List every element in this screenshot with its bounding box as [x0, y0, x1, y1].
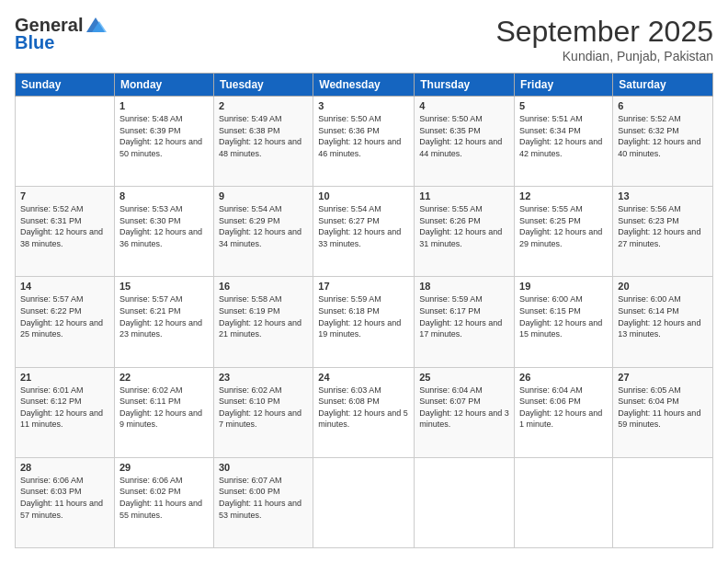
day-detail: Sunrise: 6:05 AMSunset: 6:04 PMDaylight:… — [618, 385, 708, 431]
day-number: 12 — [519, 190, 608, 201]
calendar-cell: 21Sunrise: 6:01 AMSunset: 6:12 PMDayligh… — [16, 367, 115, 457]
calendar-cell — [16, 97, 115, 187]
day-detail: Sunrise: 6:00 AMSunset: 6:14 PMDaylight:… — [618, 293, 708, 339]
calendar-cell: 11Sunrise: 5:55 AMSunset: 6:26 PMDayligh… — [415, 187, 515, 277]
day-number: 19 — [519, 281, 608, 292]
calendar-cell: 6Sunrise: 5:52 AMSunset: 6:32 PMDaylight… — [613, 97, 713, 187]
calendar-header-row: Sunday Monday Tuesday Wednesday Thursday… — [16, 74, 713, 97]
calendar-cell: 23Sunrise: 6:02 AMSunset: 6:10 PMDayligh… — [213, 367, 313, 457]
calendar-cell: 26Sunrise: 6:04 AMSunset: 6:06 PMDayligh… — [515, 367, 613, 457]
calendar-cell: 9Sunrise: 5:54 AMSunset: 6:29 PMDaylight… — [213, 187, 313, 277]
col-thursday: Thursday — [415, 74, 515, 97]
calendar-cell: 20Sunrise: 6:00 AMSunset: 6:14 PMDayligh… — [613, 277, 713, 367]
calendar-cell: 4Sunrise: 5:50 AMSunset: 6:35 PMDaylight… — [415, 97, 515, 187]
month-title: September 2025 — [495, 15, 713, 49]
day-number: 14 — [20, 281, 109, 292]
calendar-cell: 1Sunrise: 5:48 AMSunset: 6:39 PMDaylight… — [114, 97, 213, 187]
col-wednesday: Wednesday — [313, 74, 415, 97]
day-detail: Sunrise: 5:59 AMSunset: 6:17 PMDaylight:… — [419, 293, 509, 339]
calendar-cell: 8Sunrise: 5:53 AMSunset: 6:30 PMDaylight… — [114, 187, 213, 277]
day-number: 8 — [119, 190, 209, 201]
calendar-cell: 24Sunrise: 6:03 AMSunset: 6:08 PMDayligh… — [313, 367, 415, 457]
page: General Blue September 2025 Kundian, Pun… — [0, 0, 728, 563]
day-detail: Sunrise: 5:56 AMSunset: 6:23 PMDaylight:… — [618, 203, 708, 249]
calendar-week-0: 1Sunrise: 5:48 AMSunset: 6:39 PMDaylight… — [16, 97, 713, 187]
day-number: 15 — [119, 281, 209, 292]
col-tuesday: Tuesday — [213, 74, 313, 97]
calendar-cell: 29Sunrise: 6:06 AMSunset: 6:02 PMDayligh… — [114, 457, 213, 547]
day-number: 24 — [318, 372, 409, 383]
calendar-cell: 13Sunrise: 5:56 AMSunset: 6:23 PMDayligh… — [613, 187, 713, 277]
calendar-cell: 5Sunrise: 5:51 AMSunset: 6:34 PMDaylight… — [515, 97, 613, 187]
calendar-cell: 17Sunrise: 5:59 AMSunset: 6:18 PMDayligh… — [313, 277, 415, 367]
header: General Blue September 2025 Kundian, Pun… — [15, 15, 713, 63]
day-number: 10 — [318, 190, 409, 201]
day-number: 29 — [119, 462, 209, 473]
day-detail: Sunrise: 5:50 AMSunset: 6:35 PMDaylight:… — [419, 113, 509, 159]
calendar-week-3: 21Sunrise: 6:01 AMSunset: 6:12 PMDayligh… — [16, 367, 713, 457]
day-number: 18 — [419, 281, 509, 292]
day-detail: Sunrise: 5:59 AMSunset: 6:18 PMDaylight:… — [318, 293, 409, 339]
day-number: 25 — [419, 372, 509, 383]
day-detail: Sunrise: 5:57 AMSunset: 6:22 PMDaylight:… — [20, 293, 109, 339]
day-detail: Sunrise: 6:00 AMSunset: 6:15 PMDaylight:… — [519, 293, 608, 339]
day-detail: Sunrise: 5:51 AMSunset: 6:34 PMDaylight:… — [519, 113, 608, 159]
day-number: 21 — [20, 372, 109, 383]
day-detail: Sunrise: 6:07 AMSunset: 6:00 PMDaylight:… — [219, 475, 308, 521]
day-number: 30 — [219, 462, 308, 473]
calendar-week-2: 14Sunrise: 5:57 AMSunset: 6:22 PMDayligh… — [16, 277, 713, 367]
col-friday: Friday — [515, 74, 613, 97]
calendar-cell: 18Sunrise: 5:59 AMSunset: 6:17 PMDayligh… — [415, 277, 515, 367]
calendar-cell: 28Sunrise: 6:06 AMSunset: 6:03 PMDayligh… — [16, 457, 115, 547]
calendar-cell: 25Sunrise: 6:04 AMSunset: 6:07 PMDayligh… — [415, 367, 515, 457]
day-detail: Sunrise: 6:02 AMSunset: 6:10 PMDaylight:… — [219, 385, 308, 431]
calendar-table: Sunday Monday Tuesday Wednesday Thursday… — [15, 73, 713, 548]
day-detail: Sunrise: 6:02 AMSunset: 6:11 PMDaylight:… — [119, 385, 209, 431]
calendar-cell: 14Sunrise: 5:57 AMSunset: 6:22 PMDayligh… — [16, 277, 115, 367]
day-detail: Sunrise: 5:57 AMSunset: 6:21 PMDaylight:… — [119, 293, 209, 339]
day-detail: Sunrise: 6:04 AMSunset: 6:06 PMDaylight:… — [519, 385, 608, 431]
day-number: 20 — [618, 281, 708, 292]
day-number: 9 — [219, 190, 308, 201]
day-detail: Sunrise: 5:50 AMSunset: 6:36 PMDaylight:… — [318, 113, 409, 159]
day-number: 7 — [20, 190, 109, 201]
calendar-cell: 3Sunrise: 5:50 AMSunset: 6:36 PMDaylight… — [313, 97, 415, 187]
logo: General Blue — [15, 15, 108, 53]
day-number: 1 — [119, 100, 209, 111]
day-number: 3 — [318, 100, 409, 111]
day-number: 27 — [618, 372, 708, 383]
day-detail: Sunrise: 5:55 AMSunset: 6:25 PMDaylight:… — [519, 203, 608, 249]
day-detail: Sunrise: 6:01 AMSunset: 6:12 PMDaylight:… — [20, 385, 109, 431]
day-detail: Sunrise: 5:49 AMSunset: 6:38 PMDaylight:… — [219, 113, 308, 159]
col-saturday: Saturday — [613, 74, 713, 97]
day-detail: Sunrise: 5:52 AMSunset: 6:32 PMDaylight:… — [618, 113, 708, 159]
day-detail: Sunrise: 5:54 AMSunset: 6:29 PMDaylight:… — [219, 203, 308, 249]
calendar-cell: 12Sunrise: 5:55 AMSunset: 6:25 PMDayligh… — [515, 187, 613, 277]
calendar-cell — [415, 457, 515, 547]
location: Kundian, Punjab, Pakistan — [495, 49, 713, 63]
day-number: 5 — [519, 100, 608, 111]
day-number: 26 — [519, 372, 608, 383]
calendar-cell: 19Sunrise: 6:00 AMSunset: 6:15 PMDayligh… — [515, 277, 613, 367]
day-detail: Sunrise: 6:03 AMSunset: 6:08 PMDaylight:… — [318, 385, 409, 431]
calendar-cell: 16Sunrise: 5:58 AMSunset: 6:19 PMDayligh… — [213, 277, 313, 367]
day-number: 4 — [419, 100, 509, 111]
calendar-cell — [613, 457, 713, 547]
calendar-cell: 7Sunrise: 5:52 AMSunset: 6:31 PMDaylight… — [16, 187, 115, 277]
day-number: 6 — [618, 100, 708, 111]
title-block: September 2025 Kundian, Punjab, Pakistan — [495, 15, 713, 63]
calendar-cell: 22Sunrise: 6:02 AMSunset: 6:11 PMDayligh… — [114, 367, 213, 457]
day-number: 16 — [219, 281, 308, 292]
calendar-cell — [313, 457, 415, 547]
day-number: 17 — [318, 281, 409, 292]
calendar-cell: 27Sunrise: 6:05 AMSunset: 6:04 PMDayligh… — [613, 367, 713, 457]
calendar-cell: 2Sunrise: 5:49 AMSunset: 6:38 PMDaylight… — [213, 97, 313, 187]
day-detail: Sunrise: 5:52 AMSunset: 6:31 PMDaylight:… — [20, 203, 109, 249]
calendar-cell — [515, 457, 613, 547]
calendar-cell: 15Sunrise: 5:57 AMSunset: 6:21 PMDayligh… — [114, 277, 213, 367]
col-sunday: Sunday — [16, 74, 115, 97]
day-detail: Sunrise: 5:48 AMSunset: 6:39 PMDaylight:… — [119, 113, 209, 159]
day-number: 11 — [419, 190, 509, 201]
day-number: 28 — [20, 462, 109, 473]
day-detail: Sunrise: 6:06 AMSunset: 6:03 PMDaylight:… — [20, 475, 109, 521]
